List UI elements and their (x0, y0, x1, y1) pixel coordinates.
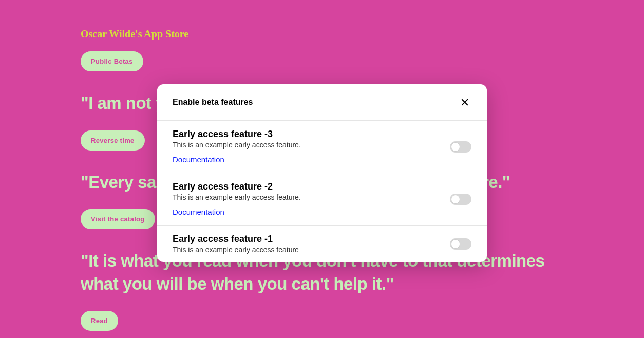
feature-toggle[interactable] (450, 238, 471, 250)
feature-toggle[interactable] (450, 194, 471, 205)
feature-row: Early access feature -3 This is an examp… (157, 121, 487, 173)
feature-desc: This is an example early access feature. (173, 193, 450, 201)
close-icon (460, 98, 469, 107)
documentation-link[interactable]: Documentation (173, 155, 224, 164)
feature-info: Early access feature -3 This is an examp… (173, 129, 450, 164)
feature-desc: This is an example early access feature. (173, 141, 450, 149)
toggle-knob (451, 142, 460, 152)
feature-desc: This is an example early access feature (173, 246, 450, 254)
modal-overlay: Enable beta features Early access featur… (0, 0, 644, 338)
close-button[interactable] (458, 96, 471, 109)
feature-toggle[interactable] (450, 141, 471, 153)
feature-title: Early access feature -3 (173, 129, 450, 140)
feature-title: Early access feature -1 (173, 234, 450, 245)
feature-info: Early access feature -2 This is an examp… (173, 181, 450, 217)
documentation-link[interactable]: Documentation (173, 208, 224, 216)
beta-features-modal: Enable beta features Early access featur… (157, 84, 487, 262)
feature-row: Early access feature -1 This is an examp… (157, 226, 487, 262)
modal-header: Enable beta features (157, 84, 487, 121)
toggle-knob (451, 239, 460, 249)
modal-title: Enable beta features (173, 98, 253, 107)
feature-info: Early access feature -1 This is an examp… (173, 234, 450, 254)
feature-row: Early access feature -2 This is an examp… (157, 173, 487, 226)
toggle-knob (451, 195, 460, 204)
feature-title: Early access feature -2 (173, 181, 450, 192)
